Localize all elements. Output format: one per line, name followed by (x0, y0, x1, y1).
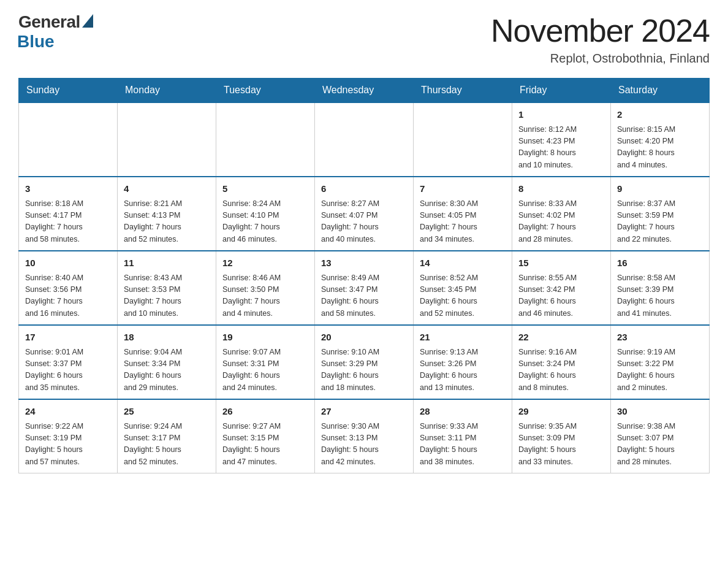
day-number: 11 (124, 256, 210, 270)
day-info: Sunrise: 9:22 AM Sunset: 3:19 PM Dayligh… (25, 421, 111, 469)
day-cell (315, 102, 414, 177)
day-number: 12 (222, 256, 308, 270)
logo: General Blue (18, 12, 93, 52)
day-info: Sunrise: 8:58 AM Sunset: 3:39 PM Dayligh… (617, 272, 703, 320)
day-header-monday: Monday (118, 79, 216, 103)
day-info: Sunrise: 9:07 AM Sunset: 3:31 PM Dayligh… (222, 347, 308, 394)
day-number: 28 (420, 405, 506, 419)
day-number: 20 (321, 331, 407, 345)
day-info: Sunrise: 8:55 AM Sunset: 3:42 PM Dayligh… (518, 272, 604, 320)
day-cell: 6Sunrise: 8:27 AM Sunset: 4:07 PM Daylig… (315, 177, 414, 251)
week-row-1: 1Sunrise: 8:12 AM Sunset: 4:23 PM Daylig… (19, 102, 710, 177)
day-number: 10 (25, 256, 111, 270)
day-number: 3 (25, 182, 111, 196)
day-info: Sunrise: 9:38 AM Sunset: 3:07 PM Dayligh… (617, 421, 703, 469)
day-number: 5 (222, 182, 308, 196)
day-number: 14 (420, 256, 506, 270)
day-cell: 3Sunrise: 8:18 AM Sunset: 4:17 PM Daylig… (19, 177, 118, 251)
day-cell: 29Sunrise: 9:35 AM Sunset: 3:09 PM Dayli… (512, 399, 611, 473)
day-number: 27 (321, 405, 407, 419)
day-info: Sunrise: 8:49 AM Sunset: 3:47 PM Dayligh… (321, 272, 407, 320)
day-cell: 22Sunrise: 9:16 AM Sunset: 3:24 PM Dayli… (512, 325, 611, 399)
day-number: 13 (321, 256, 407, 270)
day-cell (118, 102, 216, 177)
day-number: 4 (124, 182, 210, 196)
day-cell: 20Sunrise: 9:10 AM Sunset: 3:29 PM Dayli… (315, 325, 414, 399)
day-header-saturday: Saturday (611, 79, 710, 103)
day-number: 24 (25, 405, 111, 419)
title-area: November 2024 Replot, Ostrobothnia, Finl… (491, 12, 710, 66)
day-number: 21 (420, 331, 506, 345)
week-row-3: 10Sunrise: 8:40 AM Sunset: 3:56 PM Dayli… (19, 251, 710, 325)
week-row-2: 3Sunrise: 8:18 AM Sunset: 4:17 PM Daylig… (19, 177, 710, 251)
day-cell: 17Sunrise: 9:01 AM Sunset: 3:37 PM Dayli… (19, 325, 118, 399)
day-number: 26 (222, 405, 308, 419)
day-info: Sunrise: 8:15 AM Sunset: 4:20 PM Dayligh… (617, 124, 703, 172)
day-cell: 15Sunrise: 8:55 AM Sunset: 3:42 PM Dayli… (512, 251, 611, 325)
day-info: Sunrise: 9:19 AM Sunset: 3:22 PM Dayligh… (617, 347, 703, 394)
day-cell: 16Sunrise: 8:58 AM Sunset: 3:39 PM Dayli… (611, 251, 710, 325)
day-info: Sunrise: 8:43 AM Sunset: 3:53 PM Dayligh… (124, 272, 210, 320)
day-info: Sunrise: 9:27 AM Sunset: 3:15 PM Dayligh… (222, 421, 308, 469)
day-cell (19, 102, 118, 177)
day-number: 9 (617, 182, 703, 196)
day-number: 7 (420, 182, 506, 196)
day-header-friday: Friday (512, 79, 611, 103)
day-info: Sunrise: 9:33 AM Sunset: 3:11 PM Dayligh… (420, 421, 506, 469)
day-info: Sunrise: 8:18 AM Sunset: 4:17 PM Dayligh… (25, 198, 111, 246)
day-number: 19 (222, 331, 308, 345)
day-number: 17 (25, 331, 111, 345)
day-cell: 10Sunrise: 8:40 AM Sunset: 3:56 PM Dayli… (19, 251, 118, 325)
day-header-wednesday: Wednesday (315, 79, 414, 103)
day-number: 1 (518, 108, 604, 122)
day-info: Sunrise: 8:33 AM Sunset: 4:02 PM Dayligh… (518, 198, 604, 246)
day-cell: 2Sunrise: 8:15 AM Sunset: 4:20 PM Daylig… (611, 102, 710, 177)
day-number: 25 (124, 405, 210, 419)
day-cell: 5Sunrise: 8:24 AM Sunset: 4:10 PM Daylig… (216, 177, 315, 251)
day-info: Sunrise: 9:35 AM Sunset: 3:09 PM Dayligh… (518, 421, 604, 469)
day-info: Sunrise: 8:46 AM Sunset: 3:50 PM Dayligh… (222, 272, 308, 320)
day-number: 29 (518, 405, 604, 419)
day-info: Sunrise: 9:10 AM Sunset: 3:29 PM Dayligh… (321, 347, 407, 394)
day-cell: 13Sunrise: 8:49 AM Sunset: 3:47 PM Dayli… (315, 251, 414, 325)
day-cell: 27Sunrise: 9:30 AM Sunset: 3:13 PM Dayli… (315, 399, 414, 473)
day-cell: 8Sunrise: 8:33 AM Sunset: 4:02 PM Daylig… (512, 177, 611, 251)
day-info: Sunrise: 9:04 AM Sunset: 3:34 PM Dayligh… (124, 347, 210, 394)
day-info: Sunrise: 9:24 AM Sunset: 3:17 PM Dayligh… (124, 421, 210, 469)
day-cell: 19Sunrise: 9:07 AM Sunset: 3:31 PM Dayli… (216, 325, 315, 399)
day-info: Sunrise: 8:37 AM Sunset: 3:59 PM Dayligh… (617, 198, 703, 246)
day-info: Sunrise: 8:24 AM Sunset: 4:10 PM Dayligh… (222, 198, 308, 246)
day-cell: 11Sunrise: 8:43 AM Sunset: 3:53 PM Dayli… (118, 251, 216, 325)
day-cell: 25Sunrise: 9:24 AM Sunset: 3:17 PM Dayli… (118, 399, 216, 473)
day-info: Sunrise: 9:13 AM Sunset: 3:26 PM Dayligh… (420, 347, 506, 394)
day-number: 16 (617, 256, 703, 270)
day-info: Sunrise: 8:27 AM Sunset: 4:07 PM Dayligh… (321, 198, 407, 246)
logo-blue-text: Blue (17, 32, 55, 52)
header: General Blue November 2024 Replot, Ostro… (18, 12, 710, 66)
day-info: Sunrise: 8:12 AM Sunset: 4:23 PM Dayligh… (518, 124, 604, 172)
day-number: 15 (518, 256, 604, 270)
day-info: Sunrise: 9:01 AM Sunset: 3:37 PM Dayligh… (25, 347, 111, 394)
day-info: Sunrise: 9:30 AM Sunset: 3:13 PM Dayligh… (321, 421, 407, 469)
week-row-4: 17Sunrise: 9:01 AM Sunset: 3:37 PM Dayli… (19, 325, 710, 399)
day-header-sunday: Sunday (19, 79, 118, 103)
day-cell: 24Sunrise: 9:22 AM Sunset: 3:19 PM Dayli… (19, 399, 118, 473)
day-cell: 14Sunrise: 8:52 AM Sunset: 3:45 PM Dayli… (414, 251, 512, 325)
day-cell: 12Sunrise: 8:46 AM Sunset: 3:50 PM Dayli… (216, 251, 315, 325)
location-title: Replot, Ostrobothnia, Finland (491, 52, 710, 66)
logo-triangle-icon (82, 14, 93, 28)
day-cell: 26Sunrise: 9:27 AM Sunset: 3:15 PM Dayli… (216, 399, 315, 473)
day-info: Sunrise: 8:30 AM Sunset: 4:05 PM Dayligh… (420, 198, 506, 246)
day-cell: 9Sunrise: 8:37 AM Sunset: 3:59 PM Daylig… (611, 177, 710, 251)
day-number: 22 (518, 331, 604, 345)
day-cell: 18Sunrise: 9:04 AM Sunset: 3:34 PM Dayli… (118, 325, 216, 399)
month-title: November 2024 (491, 12, 710, 49)
day-info: Sunrise: 8:21 AM Sunset: 4:13 PM Dayligh… (124, 198, 210, 246)
day-header-tuesday: Tuesday (216, 79, 315, 103)
day-cell: 7Sunrise: 8:30 AM Sunset: 4:05 PM Daylig… (414, 177, 512, 251)
day-number: 6 (321, 182, 407, 196)
day-cell: 30Sunrise: 9:38 AM Sunset: 3:07 PM Dayli… (611, 399, 710, 473)
logo-general-text: General (18, 12, 80, 32)
day-cell: 4Sunrise: 8:21 AM Sunset: 4:13 PM Daylig… (118, 177, 216, 251)
day-cell (414, 102, 512, 177)
